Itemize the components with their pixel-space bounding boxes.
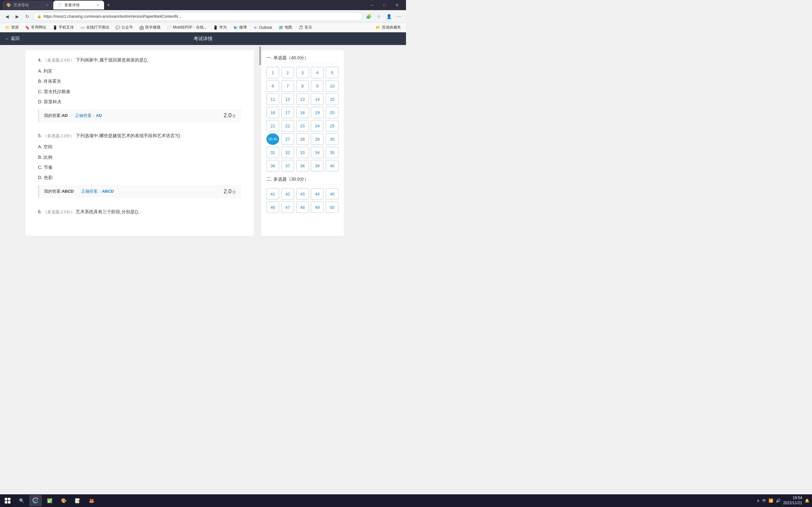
q6-meta: （多选题,2.0分） — [43, 210, 75, 214]
bookmark-weibo[interactable]: 🐦微博 — [231, 24, 249, 31]
nav-btn-3[interactable]: 3 — [296, 67, 309, 78]
tab-close-2[interactable]: ✕ — [95, 3, 100, 8]
nav-btn-5[interactable]: 5 — [326, 67, 339, 78]
bookmark-outlook[interactable]: 📧Outlook — [251, 25, 275, 31]
bookmark-common-urls[interactable]: 🔖常用网址 — [22, 24, 49, 31]
nav-btn-4[interactable]: 4 — [311, 67, 323, 78]
nav-btn-9[interactable]: 9 — [311, 80, 323, 92]
nav-btn-24[interactable]: 24 — [311, 120, 323, 131]
nav-btn-30[interactable]: 30 — [326, 133, 339, 145]
nav-btn-20[interactable]: 20 — [326, 107, 339, 118]
nav-btn-42[interactable]: 42 — [281, 188, 294, 200]
bookmark-common-urls-label: 常用网址 — [31, 25, 46, 30]
nav-btn-7[interactable]: 7 — [281, 80, 294, 92]
questions-area: 4. （多选题,2.0分） 下列画家中,属于巡回展览画派的是()。 A. 列宾 … — [26, 50, 254, 236]
q5-meta: （多选题,2.0分） — [43, 133, 75, 138]
nav-btn-46[interactable]: 46 — [266, 202, 279, 213]
nav-btn-2[interactable]: 2 — [281, 67, 294, 78]
bookmark-wechat-label: 公众号 — [121, 25, 133, 30]
nav-btn-14[interactable]: 14 — [311, 94, 323, 105]
tab-detail[interactable]: 📄 查看详情 ✕ — [53, 1, 104, 9]
nav-btn-49[interactable]: 49 — [311, 202, 323, 213]
nav-btn-33[interactable]: 33 — [296, 147, 309, 158]
nav-btn-15[interactable]: 15 — [326, 94, 339, 105]
bookmark-typing-test[interactable]: ⌨️在线打字测试 — [78, 24, 112, 31]
nav-btn-19[interactable]: 19 — [311, 107, 323, 118]
q4-score-unit: 分 — [232, 113, 236, 119]
bookmark-mobi-pdf[interactable]: 📄Mobi转PDF - 在线... — [164, 24, 209, 31]
bookmark-resources[interactable]: 📁资源 — [3, 24, 21, 31]
nav-btn-11[interactable]: 11 — [266, 94, 279, 105]
nav-btn-13[interactable]: 13 — [296, 94, 309, 105]
nav-btn-43[interactable]: 43 — [296, 188, 309, 200]
nav-btn-47[interactable]: 47 — [281, 202, 294, 213]
nav-btn-27[interactable]: 27 — [281, 133, 294, 145]
nav-btn-39[interactable]: 39 — [311, 160, 323, 171]
nav-btn-34[interactable]: 34 — [311, 147, 323, 158]
bookmark-music-label: 音乐 — [305, 25, 312, 30]
nav-btn-36[interactable]: 36 — [266, 160, 279, 171]
extensions-button[interactable]: 🧩 — [364, 12, 373, 21]
nav-btn-35[interactable]: 35 — [326, 147, 339, 158]
nav-btn-8[interactable]: 8 — [296, 80, 309, 92]
q5-option-b-label: B. — [38, 155, 44, 160]
bookmark-other[interactable]: 📂其他收藏夹 — [373, 24, 403, 31]
bookmark-music[interactable]: 🎵音乐 — [296, 24, 315, 31]
scroll-indicator — [259, 45, 261, 241]
nav-btn-41[interactable]: 41 — [266, 188, 279, 200]
nav-btn-17[interactable]: 17 — [281, 107, 294, 118]
nav-btn-22[interactable]: 22 — [281, 120, 294, 131]
title-bar: 🎨 艺术导论 ✕ 📄 查看详情 ✕ + ─ □ ✕ — [0, 0, 406, 10]
nav-btn-25[interactable]: 25 — [326, 120, 339, 131]
nav-btn-32[interactable]: 32 — [281, 147, 294, 158]
close-button[interactable]: ✕ — [391, 0, 403, 10]
minimize-button[interactable]: ─ — [365, 0, 378, 10]
account-button[interactable]: 👤 — [385, 12, 393, 21]
nav-btn-26[interactable]: 00:45 — [266, 133, 279, 145]
nav-btn-6[interactable]: 6 — [266, 80, 279, 92]
q4-option-b-text: 肖洛霍夫 — [44, 78, 61, 83]
tab-close-1[interactable]: ✕ — [44, 3, 49, 8]
bookmark-mobi-pdf-label: Mobi转PDF - 在线... — [173, 25, 207, 30]
nav-btn-10[interactable]: 10 — [326, 80, 339, 92]
nav-btn-38[interactable]: 38 — [296, 160, 309, 171]
url-input[interactable] — [44, 14, 359, 19]
nav-btn-23[interactable]: 23 — [296, 120, 309, 131]
nav-btn-16[interactable]: 16 — [266, 107, 279, 118]
nav-btn-50[interactable]: 50 — [326, 202, 339, 213]
question-6-title: 6. （多选题,2.0分） 艺术系统具有三个阶段,分别是()。 — [38, 208, 241, 216]
bookmark-map[interactable]: 🗺️地图 — [276, 24, 295, 31]
nav-btn-21[interactable]: 21 — [266, 120, 279, 131]
back-button[interactable]: ◀ — [3, 12, 11, 21]
nav-btn-45[interactable]: 45 — [326, 188, 339, 200]
scroll-thumb[interactable] — [259, 46, 261, 65]
nav-btn-40[interactable]: 40 — [326, 160, 339, 171]
forward-button[interactable]: ▶ — [13, 12, 21, 21]
back-to-list-button[interactable]: ← 返回 — [5, 36, 20, 42]
q6-number: 6. — [38, 209, 42, 214]
q5-option-d: D. 色彩 — [38, 174, 241, 181]
bookmark-phone-transfer[interactable]: 📱手机互传 — [50, 24, 77, 31]
q5-option-c-text: 节奏 — [44, 165, 53, 170]
nav-btn-37[interactable]: 37 — [281, 160, 294, 171]
favorites-button[interactable]: ☆ — [374, 12, 383, 21]
nav-btn-48[interactable]: 48 — [296, 202, 309, 213]
refresh-button[interactable]: ↻ — [23, 12, 32, 21]
bookmark-resources-label: 资源 — [11, 25, 19, 30]
menu-button[interactable]: ⋯ — [395, 12, 403, 21]
maximize-button[interactable]: □ — [378, 0, 391, 10]
bookmark-huawei[interactable]: 📱华为 — [211, 24, 229, 31]
bookmark-wechat[interactable]: 💬公众号 — [113, 24, 136, 31]
nav-btn-1[interactable]: 1 — [266, 67, 279, 78]
nav-btn-18[interactable]: 18 — [296, 107, 309, 118]
nav-btn-31[interactable]: 31 — [266, 147, 279, 158]
tab-art-guide[interactable]: 🎨 艺术导论 ✕ — [3, 1, 53, 9]
nav-btn-44[interactable]: 44 — [311, 188, 323, 200]
nav-btn-29[interactable]: 29 — [311, 133, 323, 145]
bookmark-medical[interactable]: 🏥医学微视 — [137, 24, 163, 31]
url-bar[interactable]: 🔒 — [33, 12, 363, 21]
nav-btn-28[interactable]: 28 — [296, 133, 309, 145]
q4-answer-box: 我的答案:AD 正确答案：AD 2.0 分 — [38, 109, 241, 122]
new-tab-button[interactable]: + — [104, 1, 113, 9]
nav-btn-12[interactable]: 12 — [281, 94, 294, 105]
